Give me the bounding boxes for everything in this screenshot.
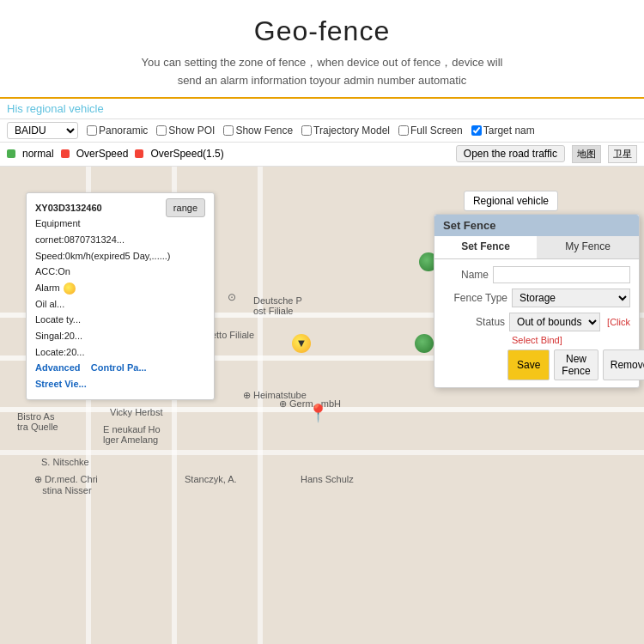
tab-set-fence[interactable]: Set Fence xyxy=(434,236,537,258)
region-label: His regional vehicle xyxy=(7,102,637,115)
overspeed15-dot xyxy=(135,149,143,158)
map-label-eneukauf: E neukauf Holger Amelang xyxy=(103,424,161,445)
status-row: Status Out of bounds In bounds [Click xyxy=(443,313,630,331)
new-fence-button[interactable]: New Fence xyxy=(554,349,598,380)
device-id: XY03D3132460 xyxy=(35,203,102,213)
target-name-label[interactable]: Target nam xyxy=(471,125,535,137)
tab-my-fence[interactable]: My Fence xyxy=(537,236,639,258)
status-label: Status xyxy=(443,316,505,328)
street-view-link[interactable]: Street Vie... xyxy=(35,379,87,389)
acc-line: ACC:On xyxy=(35,264,205,280)
road-h4 xyxy=(0,450,644,455)
map-pin: 📍 xyxy=(307,403,329,423)
map-label-bistro: Bistro Astra Quelle xyxy=(17,411,58,432)
panoramic-checkbox[interactable] xyxy=(87,125,97,136)
overspeed-label: OverSpeed xyxy=(76,148,129,160)
equipment-line: Equipment cornet:0870731324... xyxy=(35,216,205,247)
normal-label: normal xyxy=(22,148,54,160)
map-label-deutsche: Deutsche Post Filiale xyxy=(253,295,302,316)
legend-bar: normal OverSpeed OverSpeed(1.5) Open the… xyxy=(0,143,644,167)
map-type-satellite-button[interactable]: 卫星 xyxy=(608,145,637,163)
map-label-hans: Hans Schulz xyxy=(301,474,354,484)
fence-type-label: Fence Type xyxy=(443,292,507,304)
alarm-icon: ▼ xyxy=(292,334,311,353)
street-view-line: Street Vie... xyxy=(35,376,205,392)
panoramic-label[interactable]: Panoramic xyxy=(87,125,148,137)
set-fence-tabs: Set Fence My Fence xyxy=(434,236,639,259)
advanced-link[interactable]: Advanced xyxy=(35,362,81,373)
set-fence-header: Set Fence xyxy=(434,215,639,236)
full-screen-label[interactable]: Full Screen xyxy=(398,125,463,137)
fence-type-row: Fence Type Storage Circle Polygon xyxy=(443,289,630,307)
select-bind-link[interactable]: Select Bind] xyxy=(512,335,630,345)
map-type-select[interactable]: BAIDU GOOGLE xyxy=(7,122,78,139)
range-button[interactable]: range xyxy=(166,198,205,218)
open-road-button[interactable]: Open the road traffic xyxy=(456,145,565,162)
overspeed15-label: OverSpeed(1.5) xyxy=(150,148,223,160)
person-icon-3: ⊙ xyxy=(228,291,236,303)
fence-name-row: Name xyxy=(443,266,630,283)
show-fence-checkbox[interactable] xyxy=(223,125,234,136)
regional-vehicle-popup: Regional vehicle xyxy=(464,191,558,211)
alarm-line: Alarm xyxy=(35,280,205,296)
toolbar: His regional vehicle xyxy=(0,97,644,119)
overspeed-dot xyxy=(61,149,70,158)
save-button[interactable]: Save xyxy=(507,349,550,380)
page-title: Geo-fence xyxy=(0,15,644,47)
speed-line: Speed:0km/h(expired5 Day,......) xyxy=(35,248,205,264)
road-v3 xyxy=(258,167,263,644)
page-header: Geo-fence You can setting the zone of fe… xyxy=(0,0,644,97)
map-label-vicky: Vicky Herbst xyxy=(110,407,163,417)
signal-line: Singal:20... xyxy=(35,328,205,344)
page-description: You can setting the zone of fence，when d… xyxy=(0,54,644,90)
advanced-line: Advanced Control Pa... xyxy=(35,360,205,376)
select-bind-row: Select Bind] xyxy=(443,335,630,345)
full-screen-checkbox[interactable] xyxy=(398,125,409,136)
map-label-nitschke: S. Nitschke xyxy=(41,457,89,467)
trajectory-model-label[interactable]: Trajectory Model xyxy=(301,125,390,137)
map-label-doctor: ⊕ Dr.med. Chri stina Nisser xyxy=(34,474,98,495)
set-fence-body: Name Fence Type Storage Circle Polygon S… xyxy=(434,259,639,387)
show-poi-label[interactable]: Show POI xyxy=(156,125,215,137)
regional-vehicle-label: Regional vehicle xyxy=(473,195,549,207)
fence-buttons: Save New Fence Remove xyxy=(507,349,630,380)
show-fence-label[interactable]: Show Fence xyxy=(223,125,293,137)
map-type-ditu-button[interactable]: 地图 xyxy=(572,145,601,163)
fence-type-select[interactable]: Storage Circle Polygon xyxy=(512,289,630,307)
green-circle-indicator-2 xyxy=(415,334,434,353)
target-name-checkbox[interactable] xyxy=(471,125,482,136)
set-fence-panel: Set Fence Set Fence My Fence Name Fence … xyxy=(434,214,640,388)
control-pa-link[interactable]: Control Pa... xyxy=(91,362,147,373)
name-input[interactable] xyxy=(493,266,630,283)
status-select[interactable]: Out of bounds In bounds xyxy=(509,313,600,331)
locate-line: Locate:20... xyxy=(35,344,205,361)
normal-dot xyxy=(7,149,15,158)
map-label-stanczyk: Stanczyk, A. xyxy=(185,474,237,484)
locate-type-line: Locate ty... xyxy=(35,312,205,328)
oil-line: Oil al... xyxy=(35,296,205,313)
map-area[interactable]: Deutsche Post Filiale Hartmut Goldschmid… xyxy=(0,167,644,644)
vehicle-popup-header: XY03D3132460 range xyxy=(35,200,205,216)
vehicle-popup: XY03D3132460 range Equipment cornet:0870… xyxy=(26,192,215,400)
name-label: Name xyxy=(443,269,489,281)
remove-button[interactable]: Remove xyxy=(603,349,644,380)
show-poi-checkbox[interactable] xyxy=(156,125,167,136)
click-link[interactable]: [Click xyxy=(607,317,630,327)
map-controls-bar: BAIDU GOOGLE Panoramic Show POI Show Fen… xyxy=(0,119,644,143)
trajectory-model-checkbox[interactable] xyxy=(301,125,312,136)
